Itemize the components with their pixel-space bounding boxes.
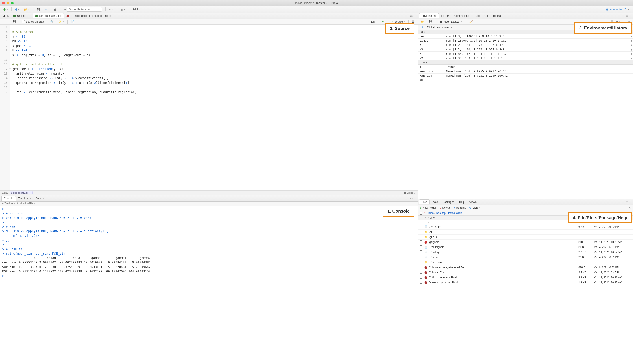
- new-project-button[interactable]: ⬢▾: [14, 8, 21, 12]
- more-dir-icon[interactable]: …: [628, 212, 631, 214]
- addins-button[interactable]: Addins ▾: [131, 8, 144, 12]
- file-checkbox[interactable]: [420, 266, 422, 268]
- file-row[interactable]: 📄 .Rhistory2.2 KBMar 11, 2021, 10:57 AM: [418, 250, 633, 255]
- file-checkbox[interactable]: [420, 260, 422, 264]
- load-workspace-button[interactable]: 📂: [420, 20, 426, 24]
- file-row[interactable]: 📁 .git: [418, 230, 633, 234]
- show-doc-button[interactable]: ⬚: [2, 20, 7, 24]
- file-checkbox[interactable]: [420, 271, 422, 274]
- delete-button[interactable]: ⊖ Delete: [439, 206, 450, 209]
- env-tab[interactable]: Build: [472, 13, 482, 18]
- file-type-selector[interactable]: R Script ⌄: [404, 192, 415, 194]
- env-row[interactable]: i10000L: [418, 65, 633, 69]
- view-data-icon[interactable]: ▦: [630, 44, 632, 47]
- close-tab-icon[interactable]: ×: [60, 14, 62, 17]
- view-data-icon[interactable]: ▦: [630, 57, 632, 60]
- env-tab[interactable]: Tutorial: [490, 13, 504, 18]
- minimize-pane-icon[interactable]: ▭: [626, 14, 628, 18]
- wand-button[interactable]: ✨▾: [57, 20, 65, 24]
- code-editor[interactable]: 3 4 5 6 7 8 9 10 11 12 13 14 15 16 17 # …: [0, 25, 418, 190]
- files-tab[interactable]: Help: [457, 200, 467, 204]
- env-row[interactable]: X1num [1:30, 1:2] 1 1 1 1 1 1 1 1 1 …▦: [418, 52, 633, 56]
- file-row[interactable]: ⬤ 04-working-session.Rmd1.8 KBMar 11, 20…: [418, 280, 633, 285]
- refresh-env-button[interactable]: ↻: [626, 20, 631, 24]
- env-row[interactable]: MSE_simNamed num [1:6] 0.0331 0.1239 100…: [418, 74, 633, 78]
- new-folder-button[interactable]: ⊕ New Folder: [420, 206, 436, 209]
- files-tab[interactable]: Packages: [440, 200, 457, 204]
- project-menu[interactable]: ⬣ Introduction2R ▾: [606, 8, 631, 11]
- maximize-pane-icon[interactable]: ◻: [414, 14, 416, 18]
- maximize-pane-icon[interactable]: ◻: [630, 200, 632, 203]
- save-script-button[interactable]: 💾: [12, 20, 18, 24]
- file-row[interactable]: ⬤ .gitignore310 BMar 11, 2021, 10:35 AM: [418, 240, 633, 245]
- file-checkbox[interactable]: [420, 246, 422, 248]
- source-on-save-checkbox[interactable]: Source on Save: [22, 20, 44, 23]
- run-button[interactable]: ➔ Run: [365, 20, 376, 24]
- file-checkbox[interactable]: [420, 230, 422, 233]
- file-checkbox[interactable]: [420, 276, 422, 278]
- re-run-button[interactable]: ↻: [380, 20, 386, 24]
- nav-fwd[interactable]: ▶: [6, 14, 10, 18]
- outline-button[interactable]: ☰: [411, 20, 416, 24]
- files-tab[interactable]: Viewer: [467, 200, 480, 204]
- search-env-icon[interactable]: 🔍: [625, 25, 631, 29]
- env-tab[interactable]: Git: [482, 13, 490, 18]
- view-data-icon[interactable]: ▦: [630, 35, 632, 38]
- file-row[interactable]: 📁 .Rproj.user: [418, 260, 633, 265]
- grid-button[interactable]: ▦▾: [120, 8, 126, 12]
- source-dropdown[interactable]: ➔ Source ▾: [390, 20, 406, 24]
- close-tab-icon[interactable]: ×: [30, 197, 31, 200]
- goto-file-input[interactable]: [67, 7, 102, 12]
- env-tab[interactable]: Connections: [452, 13, 472, 18]
- file-row[interactable]: ⬤ 03-first-commands.Rmd2.2 KBMar 11, 202…: [418, 275, 633, 280]
- file-row[interactable]: 📄 .Rprofile26 BMar 4, 2021, 6:51 PM: [418, 255, 633, 260]
- minimize-pane-icon[interactable]: ▭: [410, 197, 413, 200]
- console-output[interactable]: > > # var sim > var_sim <- apply(simul, …: [0, 206, 418, 364]
- more-button[interactable]: ⚙ More ▾: [469, 206, 480, 209]
- env-tab[interactable]: History: [439, 13, 452, 18]
- minimize-pane-icon[interactable]: ▭: [626, 200, 628, 203]
- report-button[interactable]: 📄: [70, 20, 76, 24]
- env-row[interactable]: mu10: [418, 78, 633, 82]
- file-row[interactable]: 📄 .Rbuildignore31 BMar 4, 2021, 6:51 PM: [418, 245, 633, 250]
- console-tab[interactable]: Terminal×: [16, 196, 34, 201]
- maximize-button[interactable]: [11, 2, 14, 4]
- console-tab[interactable]: Jobs×: [34, 196, 47, 201]
- function-scope[interactable]: ƒ get_coeff(y, x) ⌄: [10, 191, 32, 194]
- file-checkbox[interactable]: [420, 235, 422, 238]
- name-column-header[interactable]: Name: [428, 216, 435, 219]
- find-button[interactable]: 🔍: [49, 20, 55, 24]
- breadcrumb-link[interactable]: Introduction2R: [448, 212, 465, 214]
- goto-dir-icon[interactable]: Ⓡ: [625, 211, 627, 215]
- rename-button[interactable]: ➜ Rename: [453, 206, 466, 209]
- close-tab-icon[interactable]: ×: [43, 197, 44, 200]
- env-row[interactable]: W2num [1:3, 1:30] 0.263 -1.035 0.848…▦: [418, 47, 633, 52]
- minimize-pane-icon[interactable]: ▭: [410, 14, 413, 18]
- refresh-files-button[interactable]: ↻: [629, 206, 631, 209]
- file-checkbox[interactable]: [420, 281, 422, 284]
- env-scope-selector[interactable]: Global Environment ▾: [427, 26, 452, 29]
- file-checkbox[interactable]: [420, 225, 422, 228]
- save-button[interactable]: 💾: [36, 8, 42, 12]
- new-file-button[interactable]: ⊕▾: [2, 7, 9, 12]
- file-row[interactable]: 📁 .github: [418, 234, 633, 240]
- clear-workspace-button[interactable]: 🧹: [468, 20, 474, 24]
- close-button[interactable]: [2, 2, 5, 4]
- view-data-icon[interactable]: ▦: [630, 40, 632, 42]
- files-tab[interactable]: Files: [419, 200, 430, 204]
- maximize-pane-icon[interactable]: ◻: [630, 14, 632, 18]
- nav-back[interactable]: ◀: [1, 14, 6, 18]
- view-data-icon[interactable]: ▦: [630, 48, 632, 51]
- save-all-button[interactable]: ⎚: [44, 8, 48, 12]
- file-checkbox[interactable]: [420, 250, 422, 253]
- view-data-icon[interactable]: ▦: [630, 52, 632, 56]
- breadcrumb-link[interactable]: Desktop: [436, 212, 446, 214]
- file-row[interactable]: ⬤ 02-install.Rmd3.4 KBMar 11, 2021, 8:45…: [418, 270, 633, 275]
- env-row[interactable]: resnum [1:3, 1:10000] 9.9 10.6 11.2 1…▦: [418, 34, 633, 38]
- source-tab[interactable]: ⬤sim_estimates.R×: [33, 13, 64, 18]
- close-tab-icon[interactable]: ×: [110, 14, 111, 17]
- source-tab[interactable]: ⬤01-Introduction-get-started.Rmd×: [64, 13, 113, 18]
- breadcrumb-link[interactable]: Home: [426, 212, 434, 214]
- file-checkbox[interactable]: [420, 240, 422, 243]
- close-tab-icon[interactable]: ×: [29, 14, 30, 17]
